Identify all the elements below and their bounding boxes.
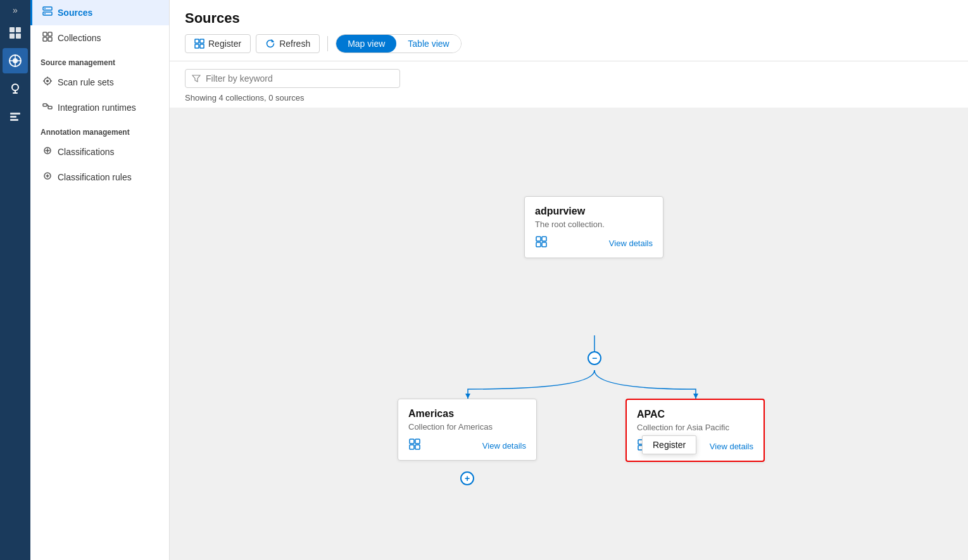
svg-rect-12 <box>10 116 16 118</box>
sources-sidebar-icon <box>42 6 53 19</box>
americas-desc: Collection for Americas <box>408 422 526 432</box>
icon-rail: » <box>0 0 30 560</box>
collections-label: Collections <box>58 33 101 43</box>
apac-view-details[interactable]: View details <box>710 442 753 451</box>
data-map-rail-icon[interactable] <box>3 48 28 73</box>
classification-rules-label: Classification rules <box>58 172 132 182</box>
svg-rect-35 <box>200 39 204 43</box>
collapse-rail-button[interactable]: » <box>13 5 18 15</box>
svg-rect-18 <box>43 32 47 36</box>
table-view-button[interactable]: Table view <box>396 35 460 53</box>
expand-node-americas[interactable]: + <box>460 471 474 485</box>
svg-rect-2 <box>9 34 15 39</box>
svg-rect-41 <box>536 237 541 241</box>
svg-rect-28 <box>43 104 47 106</box>
svg-rect-46 <box>415 439 420 444</box>
svg-point-23 <box>46 80 49 82</box>
classification-rules-icon <box>42 171 53 184</box>
classifications-label: Classifications <box>58 147 114 157</box>
view-toggle: Map view Table view <box>336 34 462 53</box>
map-view-button[interactable]: Map view <box>336 35 396 53</box>
annotation-management-section: Annotation management <box>30 120 169 139</box>
svg-marker-39 <box>465 394 470 399</box>
sources-label: Sources <box>58 8 92 18</box>
integration-runtimes-label: Integration runtimes <box>58 103 136 113</box>
collections-rail-icon[interactable] <box>3 20 28 46</box>
integration-runtimes-icon <box>42 101 53 114</box>
svg-rect-44 <box>542 242 546 247</box>
collections-sidebar-icon <box>42 32 53 44</box>
adpurview-view-details[interactable]: View details <box>609 239 653 248</box>
collection-card-americas: Americas Collection for Americas View de… <box>398 399 537 461</box>
apac-desc: Collection for Asia Pacific <box>637 423 753 432</box>
register-button[interactable]: Register <box>185 34 251 53</box>
collection-card-apac: APAC Collection for Asia Pacific View de… <box>625 399 765 462</box>
svg-rect-0 <box>9 27 15 32</box>
svg-rect-37 <box>200 44 204 48</box>
americas-footer: View details <box>408 438 526 454</box>
toolbar: Register Refresh Map view Table view <box>185 34 953 61</box>
svg-rect-29 <box>48 106 52 109</box>
register-icon <box>194 39 204 49</box>
americas-title: Americas <box>408 408 526 420</box>
filter-input-wrap <box>185 69 400 88</box>
svg-point-8 <box>12 84 18 90</box>
svg-point-17 <box>44 13 46 15</box>
americas-grid-icon <box>408 438 421 454</box>
page-title: Sources <box>185 10 953 27</box>
refresh-label: Refresh <box>279 39 310 49</box>
sidebar: Sources Collections Source management Sc… <box>30 0 170 560</box>
svg-rect-11 <box>10 113 20 115</box>
svg-rect-1 <box>16 27 21 32</box>
svg-point-16 <box>44 8 46 9</box>
adpurview-desc: The root collection. <box>535 220 653 229</box>
main-header: Sources Register Refresh Map view Table … <box>170 0 968 61</box>
svg-rect-48 <box>415 445 420 449</box>
register-context-menu-item[interactable]: Register <box>642 435 696 454</box>
sidebar-item-integration-runtimes[interactable]: Integration runtimes <box>30 95 169 120</box>
collection-card-adpurview: adpurview The root collection. View deta… <box>524 196 663 258</box>
svg-rect-43 <box>536 242 541 247</box>
adpurview-footer: View details <box>535 235 653 251</box>
filter-icon <box>192 74 201 83</box>
refresh-button[interactable]: Refresh <box>256 34 320 53</box>
sidebar-item-collections[interactable]: Collections <box>30 25 169 51</box>
svg-rect-47 <box>410 445 414 449</box>
filter-input[interactable] <box>206 73 393 84</box>
source-management-section: Source management <box>30 51 169 70</box>
apac-title: APAC <box>637 409 753 420</box>
svg-rect-42 <box>542 237 546 241</box>
filter-bar <box>170 61 968 93</box>
classifications-icon <box>42 146 53 158</box>
svg-rect-19 <box>48 32 52 36</box>
americas-view-details[interactable]: View details <box>482 441 526 451</box>
collapse-node[interactable]: − <box>588 351 601 365</box>
svg-rect-3 <box>16 34 21 39</box>
main-content: Sources Register Refresh Map view Table … <box>170 0 968 560</box>
map-area[interactable]: adpurview The root collection. View deta… <box>170 108 968 560</box>
toolbar-divider <box>327 36 328 51</box>
sidebar-item-classification-rules[interactable]: Classification rules <box>30 165 169 190</box>
refresh-icon <box>265 39 275 49</box>
sidebar-item-classifications[interactable]: Classifications <box>30 139 169 165</box>
sidebar-item-sources[interactable]: Sources <box>30 0 169 25</box>
svg-rect-36 <box>195 44 199 48</box>
svg-rect-13 <box>10 119 18 121</box>
management-rail-icon[interactable] <box>3 104 28 129</box>
svg-rect-20 <box>43 37 47 41</box>
adpurview-title: adpurview <box>535 206 653 217</box>
insights-rail-icon[interactable] <box>3 76 28 101</box>
svg-rect-21 <box>48 37 52 41</box>
svg-rect-45 <box>410 439 414 444</box>
adpurview-grid-icon <box>535 235 548 251</box>
svg-marker-40 <box>693 394 698 399</box>
scan-rule-sets-label: Scan rule sets <box>58 77 114 87</box>
connector-svg <box>170 108 968 560</box>
sidebar-item-scan-rule-sets[interactable]: Scan rule sets <box>30 70 169 95</box>
register-label: Register <box>208 39 241 49</box>
svg-rect-34 <box>195 39 199 43</box>
scan-rule-sets-icon <box>42 76 53 89</box>
showing-text: Showing 4 collections, 0 sources <box>170 93 968 108</box>
